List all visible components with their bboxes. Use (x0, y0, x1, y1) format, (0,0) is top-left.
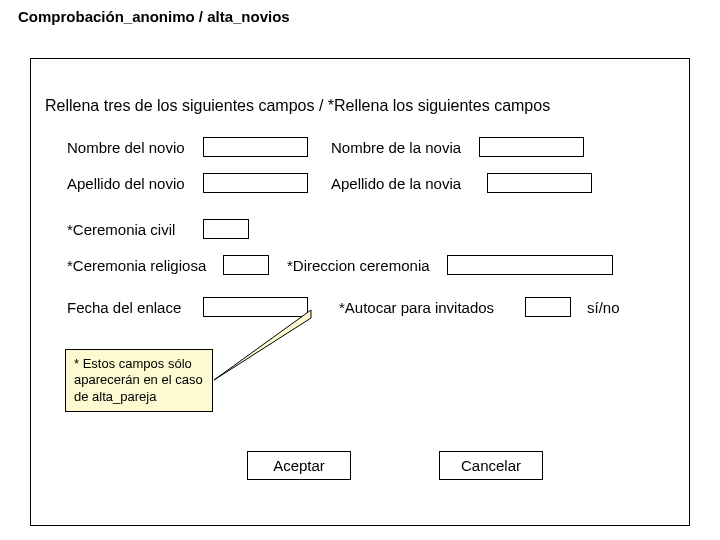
breadcrumb: Comprobación_anonimo / alta_novios (18, 8, 290, 25)
field-ceremonia-civil[interactable] (203, 219, 249, 239)
label-fecha-enlace: Fecha del enlace (67, 299, 181, 316)
field-nombre-novia[interactable] (479, 137, 584, 157)
label-apellido-novia: Apellido de la novia (331, 175, 461, 192)
label-apellido-novio: Apellido del novio (67, 175, 185, 192)
field-apellido-novia[interactable] (487, 173, 592, 193)
label-nombre-novio: Nombre del novio (67, 139, 185, 156)
cancel-button[interactable]: Cancelar (439, 451, 543, 480)
label-autocar-invitados: *Autocar para invitados (339, 299, 494, 316)
label-nombre-novia: Nombre de la novia (331, 139, 461, 156)
field-direccion-ceremonia[interactable] (447, 255, 613, 275)
label-direccion-ceremonia: *Direccion ceremonia (287, 257, 430, 274)
footnote-box: * Estos campos sólo aparecerán en el cas… (65, 349, 213, 412)
form-panel: Rellena tres de los siguientes campos / … (30, 58, 690, 526)
form-heading: Rellena tres de los siguientes campos / … (45, 97, 550, 115)
field-autocar-invitados[interactable] (525, 297, 571, 317)
label-ceremonia-religiosa: *Ceremonia religiosa (67, 257, 206, 274)
svg-marker-0 (214, 310, 311, 380)
label-si-no: sí/no (587, 299, 620, 316)
accept-button[interactable]: Aceptar (247, 451, 351, 480)
label-ceremonia-civil: *Ceremonia civil (67, 221, 175, 238)
field-fecha-enlace[interactable] (203, 297, 308, 317)
field-apellido-novio[interactable] (203, 173, 308, 193)
field-nombre-novio[interactable] (203, 137, 308, 157)
field-ceremonia-religiosa[interactable] (223, 255, 269, 275)
